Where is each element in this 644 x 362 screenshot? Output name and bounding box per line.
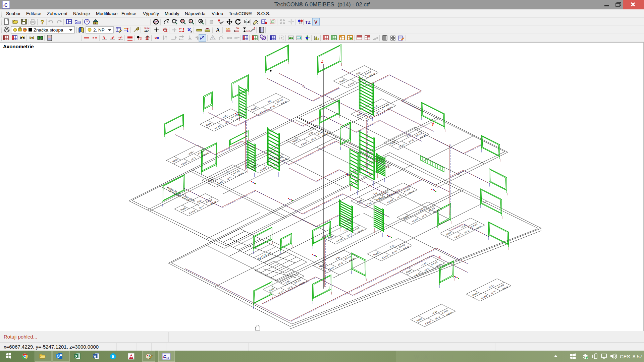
svg-text:20 °C: 20 °C bbox=[421, 213, 427, 218]
svg-text:20 °C: 20 °C bbox=[408, 138, 414, 143]
svg-text:- 3.12 -: - 3.12 - bbox=[372, 191, 379, 196]
svg-text:20 °C: 20 °C bbox=[311, 136, 317, 141]
svg-text:z: z bbox=[321, 58, 324, 64]
svg-text:!: ! bbox=[212, 37, 213, 40]
svg-text:4,3 m2: 4,3 m2 bbox=[259, 167, 266, 172]
svg-text:4,3 m2: 4,3 m2 bbox=[454, 234, 461, 239]
svg-text:20 °C: 20 °C bbox=[396, 194, 402, 199]
svg-text:4,3 m2: 4,3 m2 bbox=[411, 218, 418, 223]
svg-text:- 2.12 -: - 2.12 - bbox=[388, 244, 395, 249]
svg-text:A: A bbox=[254, 27, 255, 29]
svg-text:4,3 m2: 4,3 m2 bbox=[386, 199, 393, 204]
svg-text:4,3 m2: 4,3 m2 bbox=[327, 266, 334, 271]
svg-text:8:57: 8:57 bbox=[633, 354, 642, 359]
svg-text:20 °C: 20 °C bbox=[391, 250, 397, 254]
svg-text:4,3 m2: 4,3 m2 bbox=[336, 238, 343, 243]
svg-text:- 2.14 -: - 2.14 - bbox=[461, 223, 468, 228]
svg-text:- 2.11 -: - 2.11 - bbox=[418, 207, 425, 213]
svg-text:4,3 m2: 4,3 m2 bbox=[301, 141, 308, 146]
svg-text:4,3 m2: 4,3 m2 bbox=[216, 181, 223, 186]
svg-text:- 2.18 -: - 2.18 - bbox=[284, 279, 291, 284]
svg-text:4,3 m2: 4,3 m2 bbox=[480, 295, 487, 300]
svg-text:- 2.15 -: - 2.15 - bbox=[487, 284, 494, 289]
svg-text:- 3.06 -: - 3.06 - bbox=[221, 114, 228, 119]
svg-text:20 °C: 20 °C bbox=[226, 176, 232, 181]
svg-text:- 3.08 -: - 3.08 - bbox=[372, 104, 379, 109]
svg-text:4,3 m2: 4,3 m2 bbox=[381, 254, 388, 259]
svg-text:- 2.10 -: - 2.10 - bbox=[421, 261, 428, 266]
svg-text:- 2.16 -: - 2.16 - bbox=[334, 255, 341, 260]
svg-text:4,3 m2: 4,3 m2 bbox=[365, 201, 372, 206]
svg-text:20 °C: 20 °C bbox=[199, 205, 205, 209]
svg-text:4,3 m2: 4,3 m2 bbox=[189, 209, 196, 215]
svg-text:4,3 m2: 4,3 m2 bbox=[214, 125, 221, 130]
svg-text:6.0: 6.0 bbox=[166, 357, 169, 359]
svg-text:20 °C: 20 °C bbox=[490, 290, 496, 295]
svg-text:±: ± bbox=[176, 19, 177, 22]
svg-text:4,3 m2: 4,3 m2 bbox=[277, 290, 284, 295]
svg-text:?: ? bbox=[41, 19, 44, 25]
svg-text:20 °C: 20 °C bbox=[435, 315, 441, 320]
svg-text:SUM: SUM bbox=[144, 27, 150, 29]
svg-text:CES: CES bbox=[620, 354, 630, 359]
svg-text:ABC: ABC bbox=[144, 30, 149, 33]
svg-text:S: S bbox=[112, 354, 115, 359]
svg-text:- 3.07 -: - 3.07 - bbox=[266, 99, 273, 104]
svg-text:20 °C: 20 °C bbox=[269, 105, 275, 109]
svg-text:IT: IT bbox=[132, 358, 134, 359]
svg-text:- 2.09 -: - 2.09 - bbox=[307, 130, 315, 135]
svg-text:4,3 m2: 4,3 m2 bbox=[180, 161, 187, 166]
svg-text:20 °C: 20 °C bbox=[424, 267, 430, 272]
svg-text:20 °C: 20 °C bbox=[191, 156, 197, 161]
svg-text:DN: DN bbox=[236, 27, 239, 29]
svg-text:4,3 m2: 4,3 m2 bbox=[347, 81, 355, 86]
svg-text:- 2.03 -: - 2.03 - bbox=[195, 199, 203, 204]
svg-text:20 °C: 20 °C bbox=[346, 233, 352, 238]
svg-text:Značka stoupa: Značka stoupa bbox=[34, 27, 63, 33]
svg-text:20 °C: 20 °C bbox=[375, 197, 381, 201]
svg-text:- 2.05 -: - 2.05 - bbox=[223, 170, 230, 175]
svg-text:- 3.05 -: - 3.05 - bbox=[187, 150, 195, 155]
svg-text:2. NP: 2. NP bbox=[93, 27, 105, 33]
svg-text:- 2.17 -: - 2.17 - bbox=[342, 227, 350, 232]
svg-text:20 °C: 20 °C bbox=[337, 261, 343, 266]
svg-text:A: A bbox=[216, 27, 220, 34]
svg-text:20 °C: 20 °C bbox=[224, 120, 230, 125]
svg-text:20 °C: 20 °C bbox=[269, 162, 275, 167]
svg-text:- 2.19 -: - 2.19 - bbox=[431, 309, 439, 314]
svg-text:RADIK 21 VK 21-600 10-60: RADIK 21 VK 21-600 10-60 bbox=[166, 186, 195, 202]
svg-text:?: ? bbox=[281, 37, 282, 40]
svg-text:DN: DN bbox=[226, 27, 230, 30]
svg-text:T: T bbox=[163, 356, 165, 359]
svg-text:- 3.09 -: - 3.09 - bbox=[354, 71, 362, 76]
svg-text:GKT: GKT bbox=[246, 30, 250, 32]
svg-text:TZ: TZ bbox=[305, 20, 311, 25]
svg-text:V: V bbox=[314, 19, 318, 25]
svg-text:20 °C: 20 °C bbox=[464, 229, 470, 234]
svg-text:W A L C H: W A L C H bbox=[414, 354, 455, 360]
svg-text:4,3 m2: 4,3 m2 bbox=[414, 272, 421, 277]
svg-text:4,3 m2: 4,3 m2 bbox=[425, 320, 432, 325]
